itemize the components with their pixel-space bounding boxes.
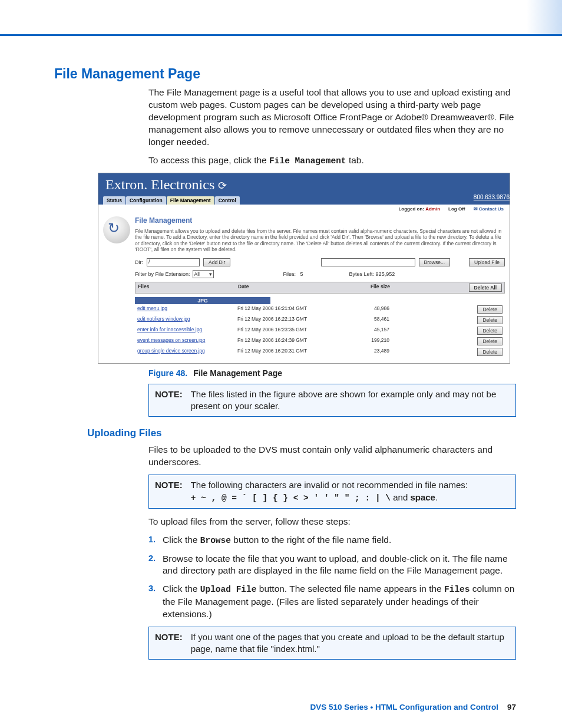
top-rule <box>0 34 562 36</box>
delete-button[interactable]: Delete <box>477 327 503 335</box>
filter-label: Filter by File Extension: <box>135 271 190 277</box>
intro-paragraph-1: The File Management page is a useful too… <box>148 87 516 149</box>
filter-select[interactable]: All▾ <box>193 270 214 278</box>
contact-link[interactable]: ✉ Contact Us <box>474 206 504 212</box>
file-link[interactable]: edit menu.jpg <box>137 305 167 311</box>
file-group-jpg: JPG <box>135 297 270 304</box>
file-size: 199,210 <box>349 337 389 345</box>
bytes-left: Bytes Left: 925,952 <box>349 271 395 277</box>
step-3: Click the Upload File button. The select… <box>148 583 516 620</box>
file-date: Fri 12 May 2006 16:21:04 GMT <box>237 305 349 314</box>
upload-file-button[interactable]: Upload File <box>469 258 505 266</box>
page-heading: File Management Page <box>54 66 516 82</box>
panel-title: File Management <box>135 216 505 225</box>
file-link[interactable]: enter info for inaccessible.jpg <box>137 327 202 332</box>
file-size: 48,986 <box>349 305 389 314</box>
upload-steps-intro: To upload files from the server, follow … <box>148 516 516 528</box>
file-management-screenshot: Extron. Electronics ⟳ Status Configurati… <box>98 173 510 364</box>
delete-all-button[interactable]: Delete All <box>469 284 502 292</box>
file-size: 23,489 <box>349 348 389 356</box>
file-date: Fri 12 May 2006 16:24:39 GMT <box>237 337 349 345</box>
files-count-label: Files: 5 <box>283 271 303 277</box>
logon-status: Logged on: Admin <box>398 206 440 212</box>
step-2: Browse to locate the file that you want … <box>148 553 516 578</box>
file-date: Fri 12 May 2006 16:23:35 GMT <box>237 327 349 335</box>
upload-path-input[interactable] <box>321 258 415 266</box>
panel-description: File Management allows you to upload and… <box>135 228 505 252</box>
top-gradient <box>527 0 562 34</box>
delete-button[interactable]: Delete <box>477 305 503 314</box>
file-row: event messages on screen.jpgFri 12 May 2… <box>135 336 505 347</box>
upload-intro: Files to be uploaded to the DVS must con… <box>148 444 516 469</box>
file-size: 58,461 <box>349 316 389 324</box>
file-size: 45,157 <box>349 327 389 335</box>
file-link[interactable]: group single device screen.jpg <box>137 348 205 354</box>
step-1: Click the Browse button to the right of … <box>148 534 516 547</box>
tab-file-management[interactable]: File Management <box>167 196 214 205</box>
tab-status[interactable]: Status <box>103 196 125 205</box>
logoff-link[interactable]: Log Off <box>448 206 465 212</box>
file-link[interactable]: event messages on screen.jpg <box>137 337 205 343</box>
brand-header: Extron. Electronics ⟳ <box>98 173 510 194</box>
figure-caption: Figure 48.File Management Page <box>148 368 516 378</box>
intro-paragraph-2: To access this page, click the File Mana… <box>148 154 516 167</box>
tab-configuration[interactable]: Configuration <box>126 196 166 205</box>
dir-label: Dir: <box>135 259 143 265</box>
code-tab-name: File Management <box>269 156 346 166</box>
delete-button[interactable]: Delete <box>477 337 503 345</box>
tab-bar: Status Configuration File Management Con… <box>98 194 510 205</box>
dir-input[interactable]: / <box>147 258 200 266</box>
tab-control[interactable]: Control <box>215 196 240 205</box>
file-row: group single device screen.jpgFri 12 May… <box>135 347 505 357</box>
note-example-files: NOTE: The files listed in the figure abo… <box>148 384 516 417</box>
note-invalid-chars: NOTE: The following characters are inval… <box>148 475 516 509</box>
file-row: edit menu.jpgFri 12 May 2006 16:21:04 GM… <box>135 304 505 315</box>
phone-number: 800.633.9876 <box>474 194 510 200</box>
delete-button[interactable]: Delete <box>477 316 503 324</box>
add-dir-button[interactable]: Add Dir <box>203 258 230 266</box>
uploading-files-heading: Uploading Files <box>87 427 516 439</box>
col-files: Files <box>138 284 238 292</box>
col-size: File size <box>350 284 390 292</box>
file-link[interactable]: edit notifiers window.jpg <box>137 316 190 322</box>
file-row: edit notifiers window.jpgFri 12 May 2006… <box>135 315 505 325</box>
note-index-html: NOTE: If you want one of the pages that … <box>148 627 516 660</box>
logo-icon <box>103 216 130 243</box>
file-date: Fri 12 May 2006 16:20:31 GMT <box>237 348 349 356</box>
delete-button[interactable]: Delete <box>477 348 503 356</box>
upload-steps: Click the Browse button to the right of … <box>148 534 516 621</box>
browse-button[interactable]: Browse... <box>419 258 450 266</box>
col-date: Date <box>238 284 350 292</box>
page-footer: DVS 510 Series • HTML Configuration and … <box>310 703 516 711</box>
file-row: enter info for inaccessible.jpgFri 12 Ma… <box>135 325 505 336</box>
file-date: Fri 12 May 2006 16:22:13 GMT <box>237 316 349 324</box>
